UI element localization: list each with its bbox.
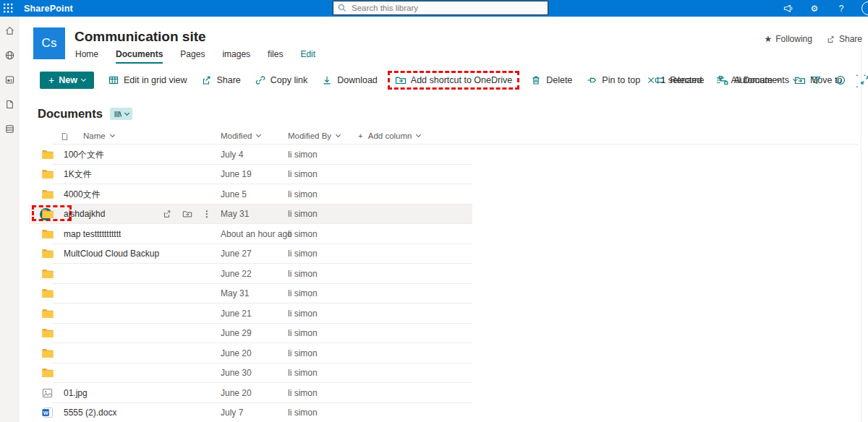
- file-name[interactable]: 1K文件: [64, 168, 92, 181]
- pin-to-top-button[interactable]: Pin to top: [586, 74, 640, 86]
- file-modified-by[interactable]: li simon: [288, 288, 318, 298]
- clear-selection-button[interactable]: 1 selected: [646, 75, 702, 85]
- trash-icon: [530, 74, 542, 86]
- add-shortcut-to-onedrive-button[interactable]: Add shortcut to OneDrive: [388, 71, 519, 90]
- row-add-shortcut-icon[interactable]: [182, 209, 193, 219]
- following-button[interactable]: ★ Following: [765, 34, 812, 44]
- share-site-button[interactable]: Share: [825, 34, 862, 44]
- folder-icon: [42, 229, 54, 239]
- file-name[interactable]: 01.jpg: [64, 388, 88, 398]
- file-name[interactable]: 100个文件: [64, 148, 104, 160]
- library-badge[interactable]: [110, 108, 132, 120]
- folder-icon: [42, 328, 54, 338]
- table-row[interactable]: W ⋮ June 29 li simon: [29, 324, 472, 344]
- file-modified: July 4: [221, 150, 243, 160]
- megaphone-icon[interactable]: [781, 0, 794, 17]
- file-modified: June 20: [221, 388, 252, 398]
- file-name[interactable]: 4000文件: [64, 188, 101, 200]
- chevron-down-icon: [110, 132, 115, 137]
- table-row[interactable]: W ⋮ June 22 li simon: [29, 264, 472, 284]
- file-type-column[interactable]: [60, 132, 69, 142]
- file-modified-by[interactable]: li simon: [288, 388, 318, 398]
- news-icon[interactable]: [0, 69, 20, 90]
- chevron-down-icon: [336, 132, 341, 137]
- row-share-icon[interactable]: [161, 209, 172, 219]
- share-icon: [200, 74, 212, 86]
- table-row[interactable]: W ⋮ June 20 li simon: [29, 343, 472, 363]
- avatar[interactable]: [861, 1, 868, 15]
- new-button[interactable]: + New: [40, 72, 94, 89]
- folder-icon: [42, 209, 54, 219]
- nav-edit[interactable]: Edit: [300, 49, 315, 64]
- notebook-icon[interactable]: [0, 118, 20, 139]
- gear-icon[interactable]: ⚙: [808, 0, 821, 17]
- home-icon[interactable]: [0, 20, 20, 41]
- site-logo[interactable]: Cs: [33, 27, 65, 59]
- modified-column-header[interactable]: Modified: [221, 132, 260, 140]
- table-row[interactable]: W 4000文件 ⋮ June 5 li simon: [29, 184, 472, 204]
- file-modified-by[interactable]: li simon: [288, 169, 318, 179]
- table-row[interactable]: W ⋮ May 31 li simon: [29, 284, 472, 304]
- copy-link-button[interactable]: Copy link: [255, 74, 307, 86]
- name-column-header[interactable]: Name: [83, 132, 114, 140]
- site-title[interactable]: Communication site: [75, 29, 206, 45]
- suite-bar: SharePoint ⚙ ?: [0, 0, 868, 17]
- view-selector[interactable]: All Documents: [715, 74, 797, 86]
- table-row[interactable]: W MultCloud Cloud Backup ⋮ June 27 li si…: [29, 244, 472, 264]
- file-name[interactable]: map testtttttttttt: [64, 229, 121, 239]
- chevron-down-icon: [81, 77, 86, 82]
- nav-pages[interactable]: Pages: [180, 49, 205, 64]
- chevron-down-icon: [124, 110, 129, 115]
- folder-icon: [42, 169, 54, 179]
- file-name[interactable]: ajshdajkhd: [64, 209, 105, 219]
- file-modified: June 5: [221, 189, 247, 199]
- table-row[interactable]: W ⋮ June 30 li simon: [29, 363, 472, 384]
- file-modified-by[interactable]: li simon: [288, 150, 318, 160]
- table-row[interactable]: W ajshdajkhd ⋮ May 31 li simon: [29, 204, 472, 225]
- table-header: Name Modified Modified By + Add column: [52, 130, 858, 145]
- table-row[interactable]: W ⋮ June 21 li simon: [29, 303, 472, 324]
- file-modified-by[interactable]: li simon: [288, 348, 318, 358]
- waffle-icon[interactable]: [0, 0, 17, 17]
- file-modified-by[interactable]: li simon: [288, 408, 318, 418]
- file-modified-by[interactable]: li simon: [288, 269, 318, 279]
- file-name[interactable]: 5555 (2).docx: [64, 408, 116, 418]
- folder-icon: [42, 348, 54, 358]
- file-modified-by[interactable]: li simon: [288, 328, 318, 338]
- table-row[interactable]: W 1K文件 ⋮ June 19 li simon: [29, 165, 472, 185]
- table-row[interactable]: W 5555 (2).docx ⋮ July 7 li simon: [29, 403, 472, 422]
- page-icon[interactable]: [0, 93, 20, 115]
- library-heading: Documents: [38, 107, 103, 121]
- table-row[interactable]: W map testtttttttttt ⋮ About an hour ago…: [29, 224, 472, 244]
- delete-button[interactable]: Delete: [530, 74, 572, 86]
- file-modified-by[interactable]: li simon: [288, 368, 318, 378]
- file-modified-by[interactable]: li simon: [288, 249, 318, 259]
- edit-grid-view-button[interactable]: Edit in grid view: [108, 74, 187, 86]
- main-content: Cs Communication site Home Documents Pag…: [20, 17, 868, 422]
- search-input[interactable]: [352, 4, 543, 12]
- modified-by-column-header[interactable]: Modified By: [288, 132, 340, 140]
- add-column-button[interactable]: + Add column: [358, 132, 420, 140]
- nav-home[interactable]: Home: [75, 49, 98, 64]
- info-icon[interactable]: [835, 74, 846, 86]
- globe-icon[interactable]: [0, 44, 20, 66]
- nav-documents[interactable]: Documents: [116, 49, 163, 64]
- expand-icon[interactable]: [859, 74, 868, 86]
- nav-images[interactable]: images: [222, 49, 250, 64]
- help-icon[interactable]: ?: [835, 0, 848, 17]
- file-name[interactable]: MultCloud Cloud Backup: [64, 249, 159, 259]
- download-button[interactable]: Download: [321, 74, 378, 86]
- app-title[interactable]: SharePoint: [24, 4, 73, 14]
- file-modified-by[interactable]: li simon: [288, 229, 318, 239]
- search-box[interactable]: [333, 1, 548, 15]
- table-row[interactable]: W 100个文件 ⋮ July 4 li simon: [29, 145, 472, 165]
- file-modified-by[interactable]: li simon: [288, 309, 318, 319]
- row-more-icon[interactable]: ⋮: [203, 212, 211, 216]
- file-modified-by[interactable]: li simon: [288, 209, 318, 219]
- share-button[interactable]: Share: [200, 74, 240, 86]
- file-modified: June 19: [221, 169, 252, 179]
- table-row[interactable]: W 01.jpg ⋮ June 20 li simon: [29, 383, 472, 403]
- filter-icon[interactable]: [810, 74, 822, 86]
- file-modified-by[interactable]: li simon: [288, 189, 318, 199]
- nav-files[interactable]: files: [268, 49, 283, 64]
